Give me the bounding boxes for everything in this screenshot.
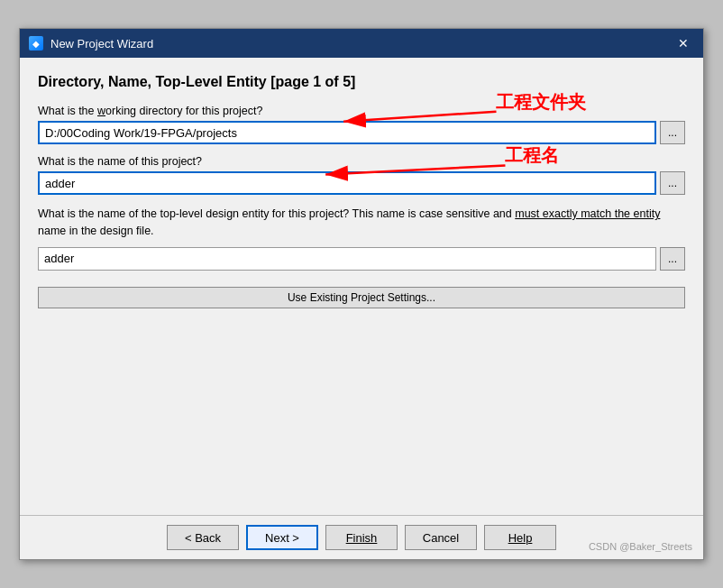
back-button[interactable]: < Back bbox=[167, 525, 239, 550]
project-name-input[interactable] bbox=[38, 171, 656, 195]
top-level-row: ... bbox=[38, 247, 685, 271]
title-bar: ◆ New Project Wizard ✕ bbox=[20, 29, 703, 58]
top-level-browse-button[interactable]: ... bbox=[660, 247, 685, 271]
working-dir-input[interactable] bbox=[38, 121, 656, 144]
page-heading: Directory, Name, Top-Level Entity [page … bbox=[38, 74, 685, 90]
working-dir-row: ... bbox=[38, 121, 685, 144]
next-button[interactable]: Next > bbox=[246, 525, 318, 550]
cancel-button[interactable]: Cancel bbox=[405, 525, 477, 550]
new-project-wizard-dialog: ◆ New Project Wizard ✕ Directory, Name, … bbox=[19, 28, 704, 560]
title-bar-text: New Project Wizard bbox=[50, 37, 153, 51]
use-existing-settings-button[interactable]: Use Existing Project Settings... bbox=[38, 287, 685, 308]
project-name-row: ... bbox=[38, 171, 685, 195]
working-dir-browse-button[interactable]: ... bbox=[660, 121, 685, 144]
title-bar-left: ◆ New Project Wizard bbox=[29, 36, 153, 51]
help-button[interactable]: Help bbox=[484, 525, 556, 550]
project-name-label: What is the name of this project? bbox=[38, 155, 685, 168]
dialog-footer: < Back Next > Finish Cancel Help bbox=[20, 515, 703, 559]
top-level-description: What is the name of the top-level design… bbox=[38, 206, 685, 240]
working-dir-label: What is the working directory for this p… bbox=[38, 105, 685, 117]
project-name-browse-button[interactable]: ... bbox=[660, 171, 685, 195]
app-icon: ◆ bbox=[29, 36, 43, 51]
dialog-body: Directory, Name, Top-Level Entity [page … bbox=[20, 58, 703, 515]
close-button[interactable]: ✕ bbox=[673, 34, 694, 52]
finish-button[interactable]: Finish bbox=[325, 525, 398, 550]
watermark: CSDN @Baker_Streets bbox=[589, 541, 692, 552]
top-level-input[interactable] bbox=[38, 247, 656, 271]
